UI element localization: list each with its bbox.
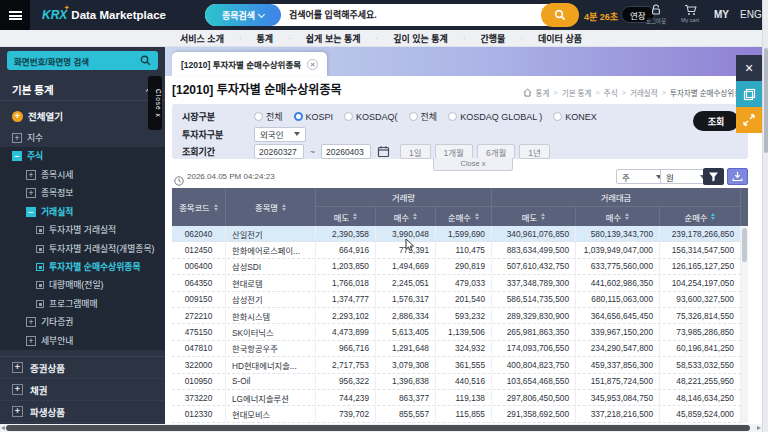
table-row[interactable]: 373220LG에너지솔루션744,239863,377119,138297,8…: [172, 390, 741, 406]
tree-item[interactable]: 투자자별 거래실적: [0, 221, 165, 239]
table-row[interactable]: 012450한화에어로스페이...664,916775,391110,47588…: [172, 242, 741, 258]
nav-item[interactable]: 데이터 상품: [538, 32, 582, 45]
tab-close-icon[interactable]: ×: [307, 59, 318, 70]
cell-name: 현대로템: [226, 275, 316, 290]
tree-item[interactable]: 투자자별 거래실적(개별종목): [0, 240, 165, 258]
table-row[interactable]: 006400삼성SDI1,203,8501,494,669290,819507,…: [172, 259, 741, 275]
breadcrumb-item[interactable]: 주식: [604, 87, 618, 98]
logout-button[interactable]: 로그아웃: [646, 4, 666, 25]
market-radio-option[interactable]: 전체: [254, 110, 283, 123]
nav-item[interactable]: 깊이 있는 통계: [393, 32, 448, 45]
scroll-left-arrow-icon[interactable]: [1, 426, 5, 430]
cell-val-sell: 337,348,789,300: [492, 275, 576, 290]
market-radio-option[interactable]: KOSDAQ(: [344, 112, 398, 122]
screen-search-box[interactable]: 화면번호/화면명 검색: [7, 51, 158, 70]
page-scrollbar[interactable]: [762, 0, 768, 432]
period-button[interactable]: 6개월: [477, 144, 515, 159]
tree-item[interactable]: +종목시세: [0, 166, 165, 184]
sidebar-section[interactable]: +채권: [0, 379, 165, 401]
cell-code: 009150: [172, 292, 226, 307]
search-input[interactable]: [289, 5, 511, 25]
column-header-value-sell[interactable]: 매도: [492, 207, 576, 226]
expand-window-button[interactable]: [736, 107, 762, 133]
column-header-code[interactable]: 종목코드: [172, 188, 226, 226]
column-header-volume-buy[interactable]: 매수: [376, 207, 436, 226]
table-row[interactable]: 272210한화시스템2,293,1022,886,334593,232289,…: [172, 308, 741, 324]
market-radio-option[interactable]: KOSDAQ GLOBAL ): [448, 112, 542, 122]
column-header-value-buy[interactable]: 매수: [576, 207, 660, 226]
table-row[interactable]: 010950S-Oil956,3221,396,838440,516103,65…: [172, 374, 741, 390]
date-to-input[interactable]: [321, 144, 371, 159]
nav-item[interactable]: 간행물: [481, 32, 506, 45]
period-button[interactable]: 1년: [519, 144, 550, 159]
period-button[interactable]: 1개월: [435, 144, 473, 159]
tree-item[interactable]: +세부안내: [0, 332, 165, 350]
table-row[interactable]: 062040산일전기2,390,3583,990,0481,599,690340…: [172, 226, 741, 242]
sidebar-section[interactable]: +파생상품: [0, 401, 165, 423]
search-category-dropdown[interactable]: 종목검색: [205, 4, 281, 26]
sidebar-section[interactable]: +증권상품: [0, 357, 165, 379]
investor-select[interactable]: 외국인: [254, 127, 306, 142]
page-scrollbar-thumb[interactable]: [764, 48, 768, 153]
search-icon: [554, 9, 566, 21]
radio-label: KOSDAQ(: [356, 112, 398, 122]
close-panel-button[interactable]: ×: [736, 55, 762, 81]
tree-item[interactable]: +기타증권: [0, 313, 165, 331]
column-header-volume-sell[interactable]: 매도: [316, 207, 376, 226]
download-button[interactable]: [727, 168, 748, 185]
sidebar-section-title[interactable]: 기본 통계: [0, 79, 165, 101]
table-row[interactable]: 009150삼성전기1,374,7771,576,317201,540586,5…: [172, 292, 741, 308]
column-header-volume-net[interactable]: 순매수: [436, 207, 492, 226]
table-row[interactable]: 012330현대모비스739,702855,557115,855291,358,…: [172, 406, 741, 422]
cell-vol-sell: 2,390,358: [316, 226, 376, 241]
breadcrumb-item[interactable]: 거래실적: [630, 87, 658, 98]
tree-item[interactable]: 투자자별 순매수상위종목: [0, 258, 165, 276]
menu-button[interactable]: [0, 0, 30, 30]
open-tab[interactable]: [12010] 투자자별 순매수상위종목 ×: [172, 52, 327, 76]
my-page-link[interactable]: MY: [714, 9, 729, 20]
sidebar-close-tab[interactable]: Close x: [148, 76, 162, 130]
horizontal-scrollbar-thumb[interactable]: [6, 425, 750, 431]
cell-val-net: 45,859,524,000: [660, 406, 741, 421]
breadcrumb-separator: >: [553, 88, 557, 97]
tree-item[interactable]: −거래실적: [0, 203, 165, 221]
share-unit-value: 주: [622, 171, 630, 183]
cell-name: 현대모비스: [226, 406, 316, 421]
table-row[interactable]: 047810한국항공우주966,7161,291,648324,932174,0…: [172, 341, 741, 357]
filter-button[interactable]: [703, 168, 724, 185]
tree-item[interactable]: −주식: [0, 147, 165, 165]
table-scrollbar-thumb[interactable]: [742, 228, 747, 262]
horizontal-scrollbar[interactable]: [0, 424, 762, 432]
table-row[interactable]: 322000HD현대에너지솔...2,717,7533,079,308361,5…: [172, 357, 741, 373]
breadcrumb-item[interactable]: 통계: [536, 87, 550, 98]
column-header-name[interactable]: 종목명: [226, 188, 316, 226]
table-scrollbar[interactable]: [741, 226, 748, 423]
scroll-right-arrow-icon[interactable]: [757, 426, 761, 430]
krx-logo[interactable]: KRX Data Marketplace: [42, 8, 166, 22]
expand-all-button[interactable]: + 전체열기: [0, 101, 165, 129]
query-button[interactable]: 조회: [693, 111, 739, 131]
column-header-value-net[interactable]: 순매수: [660, 207, 741, 226]
search-button[interactable]: [541, 3, 579, 27]
table-row[interactable]: 064350현대로템1,766,0182,245,051479,033337,3…: [172, 275, 741, 291]
tree-item[interactable]: 프로그램매매: [0, 295, 165, 313]
tree-item[interactable]: 대량매매(전일): [0, 276, 165, 294]
duplicate-window-button[interactable]: [736, 81, 762, 107]
filter-collapse-tab[interactable]: Close x: [433, 158, 513, 171]
calendar-icon[interactable]: [377, 145, 390, 158]
tree-item[interactable]: +지수: [0, 129, 165, 147]
cart-button[interactable]: My cart: [681, 4, 699, 23]
market-radio-option[interactable]: 전체: [409, 110, 438, 123]
nav-item[interactable]: 서비스 소개: [180, 32, 224, 45]
cell-vol-sell: 2,293,102: [316, 308, 376, 323]
breadcrumb-item[interactable]: 기본 통계: [562, 87, 592, 98]
nav-item[interactable]: 쉽게 보는 통계: [306, 32, 361, 45]
date-from-input[interactable]: [254, 144, 304, 159]
market-radio-option[interactable]: KOSPI: [294, 112, 334, 122]
table-row[interactable]: 475150SK이터닉스4,473,8995,613,4051,139,5062…: [172, 324, 741, 340]
nav-item[interactable]: 통계: [257, 32, 274, 45]
language-toggle[interactable]: ENG: [740, 9, 762, 20]
period-button[interactable]: 1일: [400, 144, 431, 159]
tree-item[interactable]: +종목정보: [0, 184, 165, 202]
market-radio-option[interactable]: KONEX: [553, 112, 597, 122]
